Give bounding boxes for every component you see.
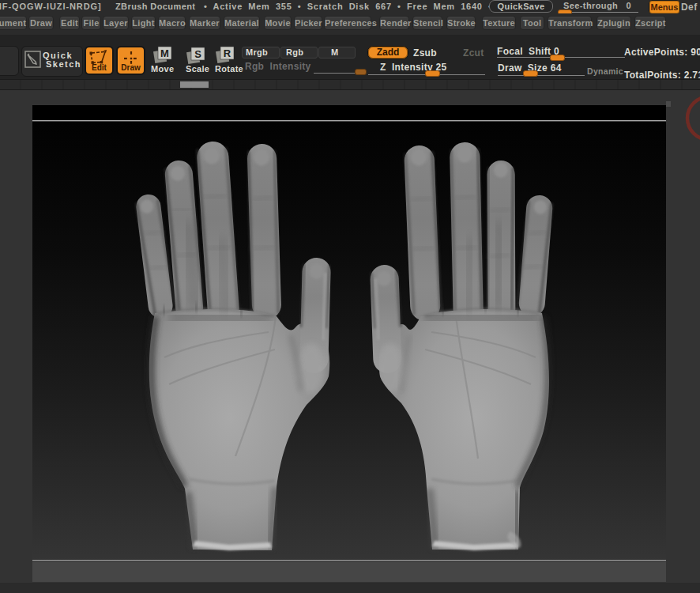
svg-text:R: R — [224, 47, 231, 59]
svg-text:S: S — [194, 48, 201, 60]
svg-text:M: M — [160, 47, 169, 59]
